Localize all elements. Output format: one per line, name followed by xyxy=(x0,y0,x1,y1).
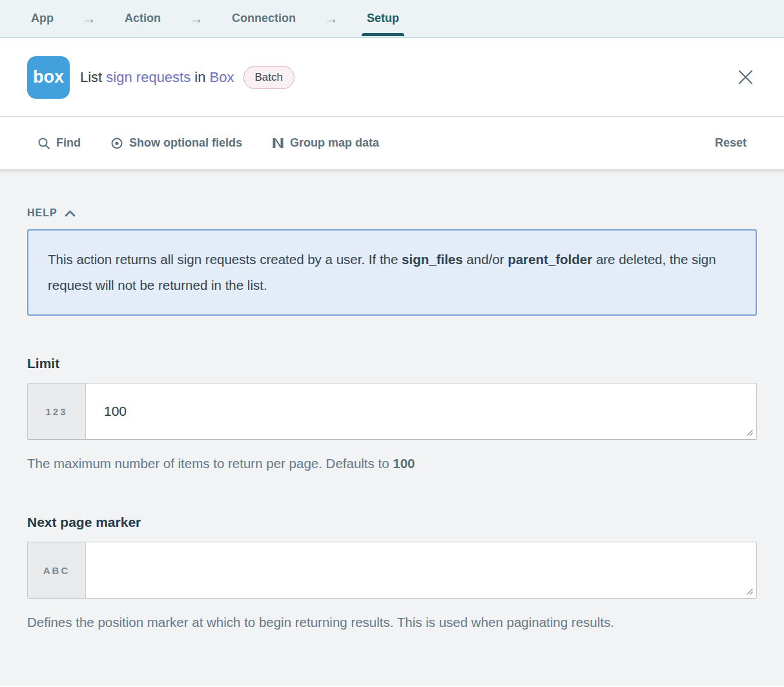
breadcrumb-step-action[interactable]: Action xyxy=(125,12,161,25)
next-page-marker-help-body: Defines the position marker at which to … xyxy=(27,615,614,630)
group-map-data-button[interactable]: Group map data xyxy=(272,136,379,150)
arrow-right-icon: → xyxy=(82,12,96,26)
title-app-name: Box xyxy=(210,69,234,85)
help-text: and/or xyxy=(463,252,508,267)
box-app-icon: box xyxy=(27,56,70,99)
title-operation: sign requests xyxy=(106,69,191,85)
resize-handle[interactable] xyxy=(745,428,754,436)
breadcrumb-step-app[interactable]: App xyxy=(31,12,54,25)
breadcrumb-step-connection[interactable]: Connection xyxy=(232,12,296,25)
help-bold-sign-files: sign_files xyxy=(402,252,463,267)
limit-help-body: The maximum number of items to return pe… xyxy=(27,456,393,471)
resize-handle[interactable] xyxy=(745,587,754,595)
limit-field-label: Limit xyxy=(27,356,757,371)
limit-input[interactable]: 100 xyxy=(86,384,756,439)
limit-field: 123 100 xyxy=(27,383,757,440)
next-page-marker-field-label: Next page marker xyxy=(27,515,757,530)
close-button[interactable] xyxy=(734,66,757,88)
batch-badge: Batch xyxy=(243,66,294,89)
panel-header: box List sign requests in Box Batch xyxy=(0,38,784,117)
search-icon xyxy=(37,137,50,150)
breadcrumb: App → Action → Connection → Setup xyxy=(0,0,784,38)
show-optional-fields-button[interactable]: Show optional fields xyxy=(110,136,242,150)
group-map-data-label: Group map data xyxy=(290,136,379,150)
setup-form: HELP This action returns all sign reques… xyxy=(0,170,784,686)
title-verb: List xyxy=(80,69,106,85)
diagonal-grip-icon xyxy=(745,428,754,436)
help-bold-parent-folder: parent_folder xyxy=(508,252,592,267)
diagonal-grip-icon xyxy=(745,587,754,595)
operation-title: List sign requests in Box xyxy=(80,69,234,86)
limit-help-default-value: 100 xyxy=(393,456,415,471)
circled-dot-icon xyxy=(110,137,123,150)
help-heading: HELP xyxy=(27,207,57,219)
arrow-right-icon: → xyxy=(324,12,338,26)
close-icon xyxy=(737,68,754,86)
help-info-box: This action returns all sign requests cr… xyxy=(27,229,757,316)
active-step-underline xyxy=(362,33,404,36)
next-page-marker-input[interactable] xyxy=(86,542,756,598)
reset-button[interactable]: Reset xyxy=(715,136,747,150)
number-type-badge: 123 xyxy=(28,384,86,439)
grouped-bars-icon xyxy=(272,137,284,149)
next-page-marker-help-text: Defines the position marker at which to … xyxy=(27,611,738,633)
show-optional-fields-label: Show optional fields xyxy=(129,136,242,150)
field-toolbar: Find Show optional fields Group map data… xyxy=(0,117,784,170)
text-type-badge: ABC xyxy=(28,542,86,598)
find-label: Find xyxy=(56,136,81,150)
title-joiner: in xyxy=(191,69,209,85)
breadcrumb-step-setup-label: Setup xyxy=(367,12,399,25)
next-page-marker-field: ABC xyxy=(27,542,757,599)
arrow-right-icon: → xyxy=(189,12,203,26)
limit-help-text: The maximum number of items to return pe… xyxy=(27,453,738,475)
find-button[interactable]: Find xyxy=(37,136,81,150)
help-section-toggle[interactable]: HELP xyxy=(27,207,76,219)
help-text: This action returns all sign requests cr… xyxy=(48,252,402,267)
chevron-up-icon xyxy=(65,210,76,217)
breadcrumb-step-setup[interactable]: Setup xyxy=(367,12,399,25)
